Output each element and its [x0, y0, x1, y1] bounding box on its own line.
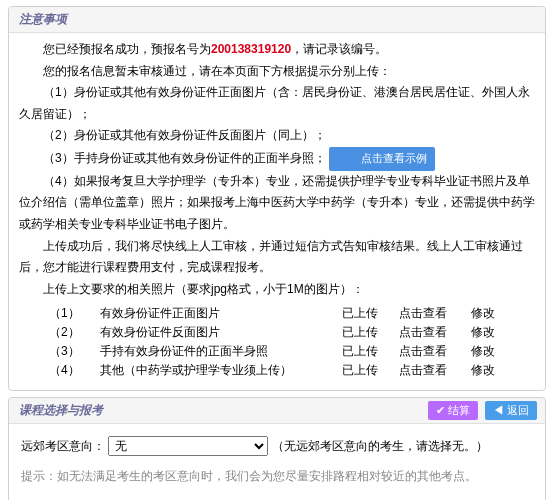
registration-number: 200138319120 — [211, 42, 291, 56]
upload-edit-link[interactable]: 修改 — [465, 342, 508, 361]
back-button[interactable]: ◀ 返回 — [485, 401, 537, 420]
district-row: 远郊考区意向： 无 （无远郊考区意向的考生，请选择无。） — [19, 430, 535, 462]
upload-name: 有效身份证件反面图片 — [94, 323, 336, 342]
table-row: （3） 手持有效身份证件的正面半身照 已上传 点击查看 修改 — [43, 342, 507, 361]
table-row: （2） 有效身份证件反面图片 已上传 点击查看 修改 — [43, 323, 507, 342]
upload-edit-link[interactable]: 修改 — [465, 361, 508, 380]
checkout-button[interactable]: ✔ 结算 — [428, 401, 478, 420]
notice-body: 您已经预报名成功，预报名号为200138319120，请记录该编号。 您的报名信… — [9, 33, 545, 390]
uploads-table: （1） 有效身份证件正面图片 已上传 点击查看 修改 （2） 有效身份证件反面图… — [43, 304, 507, 380]
upload-status: 已上传 — [336, 361, 393, 380]
view-example-button[interactable]: 点击查看示例 — [329, 147, 435, 171]
upload-view-link[interactable]: 点击查看 — [393, 304, 464, 323]
district-hint: 提示：如无法满足考生的考区意向时，我们会为您尽量安排路程相对较近的其他考点。 — [19, 462, 535, 491]
course-header: 课程选择与报考 ✔ 结算 ◀ 返回 — [9, 398, 545, 424]
notice-line-3: （1）身份证或其他有效身份证件正面图片（含：居民身份证、港澳台居民居住证、外国人… — [19, 82, 535, 125]
notice-header: 注意事项 — [9, 7, 545, 33]
header-buttons: ✔ 结算 ◀ 返回 — [424, 401, 537, 420]
upload-name: 有效身份证件正面图片 — [94, 304, 336, 323]
upload-idx: （1） — [43, 304, 94, 323]
upload-name: 手持有效身份证件的正面半身照 — [94, 342, 336, 361]
upload-status: 已上传 — [336, 342, 393, 361]
table-row: （1） 有效身份证件正面图片 已上传 点击查看 修改 — [43, 304, 507, 323]
district-select[interactable]: 无 — [108, 436, 268, 456]
notice-line-4: （2）身份证或其他有效身份证件反面图片（同上）； — [19, 125, 535, 147]
upload-edit-link[interactable]: 修改 — [465, 323, 508, 342]
table-row: （4） 其他（中药学或护理学专业须上传） 已上传 点击查看 修改 — [43, 361, 507, 380]
notice-line-2: 您的报名信息暂未审核通过，请在本页面下方根据提示分别上传： — [19, 61, 535, 83]
notice-line1-b: ，请记录该编号。 — [291, 42, 387, 56]
notice-line-8: 上传上文要求的相关照片（要求jpg格式，小于1M的图片）： — [19, 279, 535, 301]
upload-idx: （4） — [43, 361, 94, 380]
upload-name: 其他（中药学或护理学专业须上传） — [94, 361, 336, 380]
district-note: （无远郊考区意向的考生，请选择无。） — [272, 439, 488, 453]
upload-edit-link[interactable]: 修改 — [465, 304, 508, 323]
notice-line-6: （4）如果报考复旦大学护理学（专升本）专业，还需提供护理学专业专科毕业证书照片及… — [19, 171, 535, 236]
upload-status: 已上传 — [336, 304, 393, 323]
course-panel: 课程选择与报考 ✔ 结算 ◀ 返回 远郊考区意向： 无 （无远郊考区意向的考生，… — [8, 397, 546, 500]
notice-line-1: 您已经预报名成功，预报名号为200138319120，请记录该编号。 — [19, 39, 535, 61]
notice-line-5: （3）手持身份证或其他有效身份证件的正面半身照； 点击查看示例 — [19, 147, 535, 171]
course-header-title: 课程选择与报考 — [19, 403, 103, 417]
upload-idx: （2） — [43, 323, 94, 342]
upload-status: 已上传 — [336, 323, 393, 342]
notice-panel: 注意事项 您已经预报名成功，预报名号为200138319120，请记录该编号。 … — [8, 6, 546, 391]
district-label: 远郊考区意向： — [21, 439, 105, 453]
upload-idx: （3） — [43, 342, 94, 361]
upload-view-link[interactable]: 点击查看 — [393, 361, 464, 380]
upload-view-link[interactable]: 点击查看 — [393, 342, 464, 361]
notice-line-7: 上传成功后，我们将尽快线上人工审核，并通过短信方式告知审核结果。线上人工审核通过… — [19, 236, 535, 279]
notice-line1-a: 您已经预报名成功，预报名号为 — [43, 42, 211, 56]
notice-line5-text: （3）手持身份证或其他有效身份证件的正面半身照； — [43, 151, 326, 165]
course-body: 远郊考区意向： 无 （无远郊考区意向的考生，请选择无。） 提示：如无法满足考生的… — [9, 424, 545, 500]
upload-view-link[interactable]: 点击查看 — [393, 323, 464, 342]
